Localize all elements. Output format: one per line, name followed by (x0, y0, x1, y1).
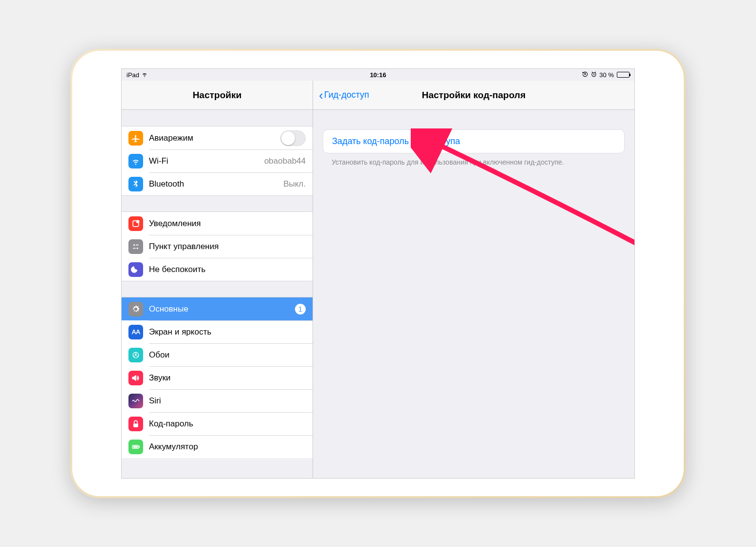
siri-icon (128, 394, 143, 408)
svg-point-3 (136, 220, 140, 223)
back-button[interactable]: ‹ Гид-доступ (319, 89, 369, 102)
bluetooth-value: Выкл. (283, 179, 306, 189)
notifications-icon (128, 216, 143, 231)
chevron-left-icon: ‹ (319, 89, 323, 102)
sounds-icon (128, 371, 143, 385)
sidebar-item-wifi[interactable]: Wi-Fi obaobab44 (122, 149, 313, 172)
sidebar-item-label: Код-пароль (149, 419, 306, 429)
sidebar-item-label: Wi-Fi (149, 156, 264, 166)
svg-rect-13 (133, 446, 138, 447)
sidebar-item-display[interactable]: AA Экран и яркость (122, 320, 313, 343)
wifi-icon (128, 154, 143, 168)
status-bar: iPad 10:16 30 % (122, 69, 634, 81)
sidebar-item-notifications[interactable]: Уведомления (122, 212, 313, 235)
sidebar-item-label: Bluetooth (149, 179, 283, 189)
control-center-icon (128, 239, 143, 254)
clock: 10:16 (370, 71, 386, 79)
sidebar-item-bluetooth[interactable]: Bluetooth Выкл. (122, 172, 313, 195)
sidebar-item-label: Основные (149, 304, 295, 314)
svg-rect-0 (585, 73, 586, 75)
airplane-toggle[interactable] (280, 130, 306, 146)
svg-point-4 (133, 244, 135, 246)
sidebar-item-passcode[interactable]: Код-пароль (122, 412, 313, 435)
airplane-icon (128, 131, 143, 146)
bluetooth-icon (128, 177, 143, 191)
detail-footer: Установить код-пароль для использования … (313, 153, 634, 171)
wifi-status-icon (141, 71, 148, 79)
svg-rect-10 (133, 423, 138, 427)
back-label: Гид-доступ (324, 90, 369, 100)
sidebar-item-control-center[interactable]: Пункт управления (122, 235, 313, 258)
sidebar-item-label: Аккумулятор (149, 442, 306, 452)
sidebar-item-label: Siri (149, 396, 306, 406)
battery-settings-icon (128, 440, 143, 454)
detail-header: ‹ Гид-доступ Настройки код-пароля (313, 81, 634, 110)
display-icon: AA (128, 325, 143, 339)
ipad-frame: iPad 10:16 30 % (70, 49, 686, 498)
dnd-icon (128, 262, 143, 277)
settings-sidebar[interactable]: Настройки Авиарежим (122, 81, 313, 478)
sidebar-item-siri[interactable]: Siri (122, 389, 313, 412)
sidebar-item-label: Обои (149, 350, 306, 360)
gear-icon (128, 302, 143, 316)
badge-count: 1 (295, 304, 306, 315)
alarm-icon (590, 71, 597, 79)
sidebar-item-label: Не беспокоить (149, 265, 306, 274)
sidebar-item-label: Пункт управления (149, 242, 306, 252)
wallpaper-icon (128, 348, 143, 362)
sidebar-item-airplane[interactable]: Авиарежим (122, 126, 313, 149)
svg-point-6 (137, 247, 138, 249)
sidebar-item-dnd[interactable]: Не беспокоить (122, 258, 313, 281)
sidebar-item-label: Экран и яркость (149, 327, 306, 337)
orientation-lock-icon (582, 71, 588, 79)
sidebar-item-wallpaper[interactable]: Обои (122, 343, 313, 366)
battery-icon (617, 72, 630, 78)
set-passcode-button[interactable]: Задать код-пароль гид-доступа (323, 129, 625, 153)
ipad-bezel: iPad 10:16 30 % (72, 51, 684, 496)
sidebar-item-label: Звуки (149, 373, 306, 383)
wifi-value: obaobab44 (264, 156, 306, 166)
sidebar-item-label: Уведомления (149, 219, 306, 229)
svg-rect-5 (136, 244, 139, 245)
detail-pane: ‹ Гид-доступ Настройки код-пароля Задать… (313, 81, 634, 478)
sidebar-title: Настройки (122, 81, 313, 110)
detail-title: Настройки код-пароля (422, 90, 525, 101)
svg-rect-7 (133, 248, 136, 249)
sidebar-item-general[interactable]: Основные 1 (122, 297, 313, 320)
lock-icon (128, 417, 143, 431)
svg-rect-12 (139, 446, 140, 447)
sidebar-item-sounds[interactable]: Звуки (122, 366, 313, 389)
battery-percent: 30 % (599, 71, 614, 79)
sidebar-item-battery[interactable]: Аккумулятор (122, 435, 313, 458)
device-label: iPad (126, 71, 139, 79)
sidebar-item-label: Авиарежим (149, 133, 280, 143)
screen: iPad 10:16 30 % (121, 68, 635, 479)
